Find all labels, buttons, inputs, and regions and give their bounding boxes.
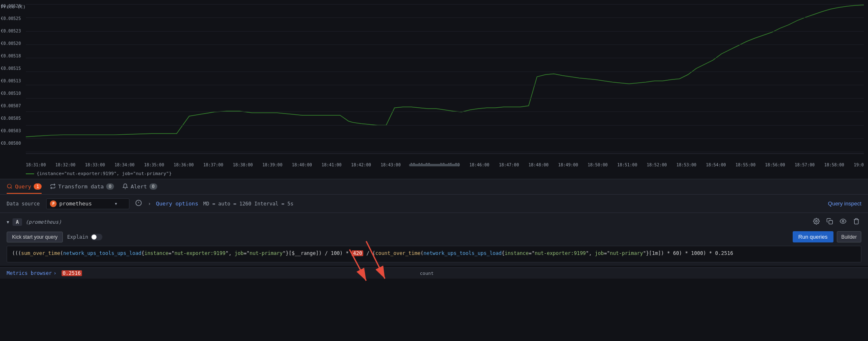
copy-icon — [826, 218, 833, 225]
grid-lines — [26, 4, 864, 153]
metric-name2: network_ups_tools_ups_load — [424, 250, 502, 256]
chevron-down-icon: ▾ — [114, 200, 118, 207]
query-settings-button[interactable] — [811, 216, 821, 228]
tab-alert[interactable]: Alert 0 — [122, 180, 157, 194]
query-options-detail: MD = auto = 1260 Interval = 5s — [203, 201, 293, 207]
datasource-select[interactable]: P prometheus ▾ — [46, 198, 129, 209]
annotation-group: 0.2516 — [62, 270, 82, 276]
query-paren1: ( — [60, 250, 63, 256]
sum-over-time-func: sum_over_time — [21, 250, 60, 256]
y-tick: €0.00510 — [1, 91, 21, 96]
y-tick: €0.00507 — [1, 104, 21, 108]
tab-query[interactable]: Query 1 — [7, 180, 42, 194]
metrics-browser-chevron: › — [53, 270, 56, 276]
legend-text: {instance="nut-exporter:9199", job="nut-… — [37, 171, 172, 176]
tab-alert-label: Alert — [131, 183, 147, 190]
query-tabs: Query 1 Transform data 0 Alert 0 — [0, 179, 868, 195]
label-instance: instance — [144, 250, 169, 256]
query-input[interactable]: (((sum_over_time(network_ups_tools_ups_l… — [7, 246, 861, 262]
query-controls-row: Kick start your query Explain Run querie… — [7, 231, 861, 242]
query-eye-button[interactable] — [838, 216, 848, 228]
trash-icon — [853, 218, 860, 225]
bottom-bar: Metrics browser › 0.2516 count — [0, 267, 868, 279]
toggle-thumb — [92, 235, 97, 240]
y-tick: €0.00500 — [1, 141, 21, 146]
x-tick: 18:36:00 — [174, 163, 193, 167]
query-labels2: { — [502, 250, 505, 256]
label-job2: job — [595, 250, 604, 256]
y-tick: €0.00515 — [1, 67, 21, 71]
x-tick: 18:50:00 — [588, 163, 608, 167]
y-tick: €0.00505 — [1, 116, 21, 121]
kick-start-button[interactable]: Kick start your query — [7, 232, 63, 242]
chart-container: Price (€) €0.00528 €0.00525 €0.00523 €0.… — [0, 0, 868, 179]
query-source-label: (prometheus) — [25, 219, 62, 225]
settings-icon — [813, 218, 820, 225]
metrics-browser-link[interactable]: Metrics browser › — [7, 270, 57, 276]
query-duplicate-button[interactable] — [825, 216, 835, 228]
x-tick: 18:57:00 — [795, 163, 815, 167]
label-instance2: instance — [505, 250, 529, 256]
query-delete-button[interactable] — [851, 216, 861, 228]
tab-query-label: Query — [15, 183, 31, 190]
label-instance-val2: nut-exporter:9199 — [535, 250, 586, 256]
query-eq3: =" — [529, 250, 535, 256]
query-letter-badge: A — [12, 218, 22, 226]
y-tick: €0.00513 — [1, 79, 21, 83]
x-tick: 18:32:00 — [55, 163, 75, 167]
explain-toggle-switch[interactable] — [91, 234, 102, 240]
count-label: count — [420, 271, 434, 276]
chart-scrollbar[interactable] — [409, 164, 459, 166]
svg-rect-6 — [829, 220, 833, 224]
x-tick: 18:42:00 — [351, 163, 371, 167]
x-tick: 18:41:00 — [322, 163, 342, 167]
explain-toggle-group: Explain — [67, 234, 102, 240]
query-row-header: ▾ A (prometheus) — [7, 216, 861, 228]
x-tick: 18:54:00 — [706, 163, 726, 167]
x-tick: 18:53:00 — [676, 163, 696, 167]
y-tick: €0.00525 — [1, 17, 21, 21]
x-tick: 19:0 — [854, 163, 864, 167]
x-tick: 18:48:00 — [528, 163, 548, 167]
y-tick: €0.00520 — [1, 42, 21, 46]
label-job-val: nut-primary — [250, 250, 283, 256]
x-tick: 18:52:00 — [647, 163, 667, 167]
query-labels: { — [141, 250, 144, 256]
prometheus-icon: P — [50, 200, 57, 207]
y-tick: €0.00528 — [1, 4, 21, 8]
breadcrumb-chevron: › — [148, 201, 151, 207]
tab-query-badge: 1 — [34, 183, 42, 190]
x-tick: 18:33:00 — [85, 163, 105, 167]
builder-button[interactable]: Builder — [837, 231, 861, 242]
value-420-highlight: 420 — [352, 250, 363, 256]
collapse-button[interactable]: ▾ — [7, 219, 9, 225]
query-q4: "}[1m]) * 60) * 1000) * 0.2516 — [643, 250, 733, 256]
x-tick: 18:31:00 — [26, 163, 46, 167]
query-eq1: =" — [169, 250, 174, 256]
datasource-row: Data source P prometheus ▾ › Query optio… — [0, 195, 868, 213]
tab-transform[interactable]: Transform data 0 — [50, 180, 114, 194]
tab-transform-badge: 0 — [106, 183, 114, 190]
query-paren2: ( — [420, 250, 423, 256]
x-tick: 18:34:00 — [114, 163, 134, 167]
query-eq4: =" — [604, 250, 610, 256]
legend-color-swatch — [26, 173, 34, 174]
query-action-buttons — [811, 216, 861, 228]
query-tab-icon — [7, 183, 12, 189]
x-tick: 18:51:00 — [617, 163, 637, 167]
query-eq2: =" — [243, 250, 249, 256]
query-inspect-button[interactable]: Query inspect — [828, 200, 861, 207]
x-tick: 18:58:00 — [824, 163, 844, 167]
query-part2: / ( — [363, 250, 375, 256]
x-tick: 18:38:00 — [233, 163, 253, 167]
x-tick: 18:35:00 — [144, 163, 164, 167]
svg-point-0 — [7, 184, 11, 188]
count-over-time-func: count_over_time — [375, 250, 420, 256]
tab-transform-label: Transform data — [58, 183, 104, 190]
run-queries-button[interactable]: Run queries — [793, 231, 833, 242]
datasource-info-button[interactable] — [134, 199, 143, 208]
value-0-2516-highlight: 0.2516 — [62, 270, 82, 276]
query-options-link[interactable]: Query options — [156, 200, 198, 207]
datasource-label: Data source — [7, 201, 40, 207]
x-tick: 18:47:00 — [499, 163, 519, 167]
